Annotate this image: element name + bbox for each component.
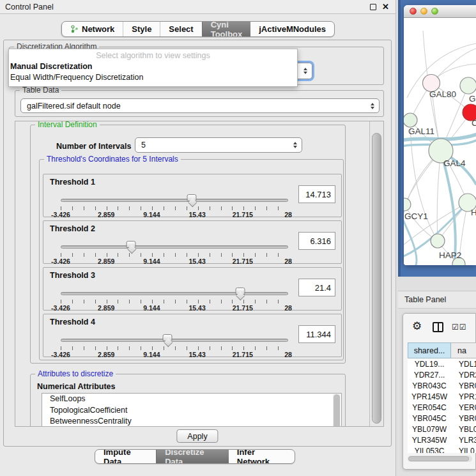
tick-label: 2.859 — [98, 257, 114, 265]
node-label-hap2: HAP2 — [439, 250, 461, 260]
num-intervals-label: Number of Intervals — [56, 142, 131, 151]
slider-ticks — [61, 206, 289, 210]
tick-label: 28 — [284, 304, 292, 312]
group-title: Threshold's Coordinates for 5 Intervals — [44, 155, 181, 164]
float-window-icon[interactable] — [370, 4, 376, 10]
threshold-3-handle[interactable] — [236, 288, 245, 295]
threshold-2-slider[interactable]: -3.4262.8599.14415.4321.71528 — [61, 240, 288, 263]
tick-label: 15.43 — [188, 257, 205, 265]
table-row[interactable]: YER054C YER0 — [408, 402, 476, 413]
tick-label: 9.144 — [143, 304, 160, 312]
slider-tick-labels: -3.4262.8599.14415.4321.71528 — [61, 257, 288, 265]
table-row[interactable]: YPR145W YPR1 — [408, 391, 476, 402]
list-item[interactable]: SelfLoops — [42, 394, 341, 405]
threshold-2-value[interactable] — [298, 232, 335, 250]
tab-network[interactable]: Network — [62, 22, 123, 36]
tick-label: 28 — [284, 257, 292, 265]
attributes-group: Attributes to discretize Numerical Attri… — [30, 374, 346, 427]
threshold-2-label: Threshold 2 — [50, 224, 95, 233]
tick-label: 2.859 — [98, 211, 114, 219]
threshold-1-slider[interactable]: -3.4262.8599.14415.4321.71528 — [61, 194, 288, 217]
gear-icon[interactable]: ⚙ — [412, 321, 422, 332]
slider-ticks — [61, 300, 289, 303]
algorithm-option[interactable]: Equal Width/Frequency Discretization — [9, 72, 297, 83]
table-row[interactable]: YDL19... YDL1 — [408, 358, 476, 369]
threshold-2-panel: Threshold 2 -3.4262.8599.14415.4321.7152… — [43, 220, 342, 264]
threshold-3-value[interactable] — [298, 279, 335, 296]
algorithm-option[interactable]: Manual Discretization — [9, 61, 297, 72]
slider-tick-labels: -3.4262.8599.14415.4321.71528 — [61, 304, 288, 312]
tick-label: -3.426 — [51, 211, 70, 219]
list-scrollbar[interactable] — [333, 394, 341, 427]
combo-arrows-icon — [371, 103, 374, 109]
node-label-partial-c: C — [472, 118, 476, 128]
column-header-shared-name[interactable]: shared... — [408, 342, 451, 358]
num-intervals-combobox[interactable]: 5 — [135, 137, 302, 153]
tick-label: 9.144 — [143, 351, 160, 358]
threshold-2-handle[interactable] — [127, 241, 136, 248]
tick-label: 9.144 — [143, 211, 160, 219]
network-view-window: GAL80 G. C GAL11 GAL4 GCY1 H HAP2 — [404, 5, 476, 265]
thresholds-group: Threshold's Coordinates for 5 Intervals … — [39, 159, 344, 360]
slider-track — [61, 339, 288, 342]
control-panel-titlebar: Control Panel ✕ — [0, 0, 395, 14]
table-row[interactable]: YBL079W YBL0 — [408, 424, 476, 434]
network-canvas[interactable]: GAL80 G. C GAL11 GAL4 GCY1 H HAP2 — [404, 18, 476, 265]
list-item[interactable]: TopologicalCoefficient — [42, 405, 341, 417]
tab-cyni-toolbox[interactable]: Cyni Toolbox — [202, 22, 251, 36]
threshold-1-handle[interactable] — [187, 194, 197, 201]
table-row[interactable]: YIL053C YIL0 — [408, 445, 476, 453]
minimize-traffic-light[interactable] — [420, 8, 427, 15]
list-item[interactable]: BetweennessCentrality — [42, 416, 341, 427]
control-panel: Control Panel ✕ Network Style Select Cyn — [0, 0, 396, 476]
tab-impute-data[interactable]: Impute Data — [95, 450, 156, 463]
checkboxes-icon[interactable]: ☑☑ — [452, 323, 467, 332]
table-data-combobox[interactable]: galFiltered.sif default node — [20, 98, 380, 113]
tab-jactivemnodules[interactable]: jActiveMNodules — [250, 22, 334, 36]
tick-label: 15.43 — [188, 211, 205, 219]
apply-button[interactable]: Apply — [176, 429, 218, 443]
slider-track — [61, 292, 288, 295]
tab-infer-network[interactable]: Infer Network — [229, 450, 295, 463]
column-header-name[interactable]: na — [451, 342, 476, 358]
threshold-3-label: Threshold 3 — [50, 271, 95, 280]
tick-label: 28 — [284, 211, 292, 219]
threshold-3-slider[interactable]: -3.4262.8599.14415.4321.71528 — [61, 287, 288, 310]
table-header: shared... na — [408, 342, 476, 358]
tick-label: 21.715 — [233, 351, 253, 358]
table-toolbar: ⚙ ☑☑ — [403, 314, 475, 342]
table-body: YDL19... YDL1 YDR27... YDR2 YBR043C YBR0… — [408, 358, 476, 453]
top-tab-bar: Network Style Select Cyni Toolbox jActiv… — [61, 21, 335, 37]
table-panel-title: Table Panel — [404, 295, 446, 304]
numerical-attributes-list[interactable]: SelfLoopsTopologicalCoefficientBetweenne… — [42, 393, 342, 427]
table-row[interactable]: YDR27... YDR2 — [408, 369, 476, 380]
horizontal-scrollbar[interactable] — [408, 456, 472, 462]
settings-scrollpane: Interval Definition Number of Intervals … — [15, 121, 384, 427]
zoom-traffic-light[interactable] — [431, 8, 438, 15]
threshold-4-value[interactable] — [298, 325, 335, 343]
close-traffic-light[interactable] — [410, 8, 417, 15]
num-intervals-value: 5 — [141, 141, 146, 150]
table-row[interactable]: YBR043C YBR0 — [408, 380, 476, 391]
tab-select[interactable]: Select — [160, 22, 201, 36]
table-data-group: Table Data galFiltered.sif default node — [15, 90, 384, 117]
table-row[interactable]: YBR045C YBR0 — [408, 413, 476, 424]
close-icon[interactable]: ✕ — [382, 3, 389, 11]
group-title: Table Data — [20, 86, 61, 95]
threshold-1-value[interactable] — [298, 185, 335, 203]
threshold-4-label: Threshold 4 — [50, 318, 95, 326]
network-graph — [404, 18, 476, 265]
network-icon — [70, 25, 79, 33]
node-label-gal80: GAL80 — [429, 89, 456, 99]
tab-discretize-data[interactable]: Discretize Data — [156, 450, 229, 463]
threshold-4-slider[interactable]: -3.4262.8599.14415.4321.71528 — [61, 334, 288, 357]
tab-style[interactable]: Style — [123, 22, 160, 36]
threshold-4-handle[interactable] — [163, 334, 173, 341]
columns-icon[interactable] — [433, 322, 443, 332]
table-row[interactable]: YLR345W YLR3 — [408, 434, 476, 445]
vertical-scrollbar[interactable] — [369, 121, 383, 426]
tick-label: 9.144 — [143, 257, 160, 265]
algorithm-dropdown-popup: Select algorithm to view settings Manual… — [8, 49, 298, 87]
panel-title: Control Panel — [5, 3, 54, 12]
group-title: Attributes to discretize — [35, 369, 116, 378]
